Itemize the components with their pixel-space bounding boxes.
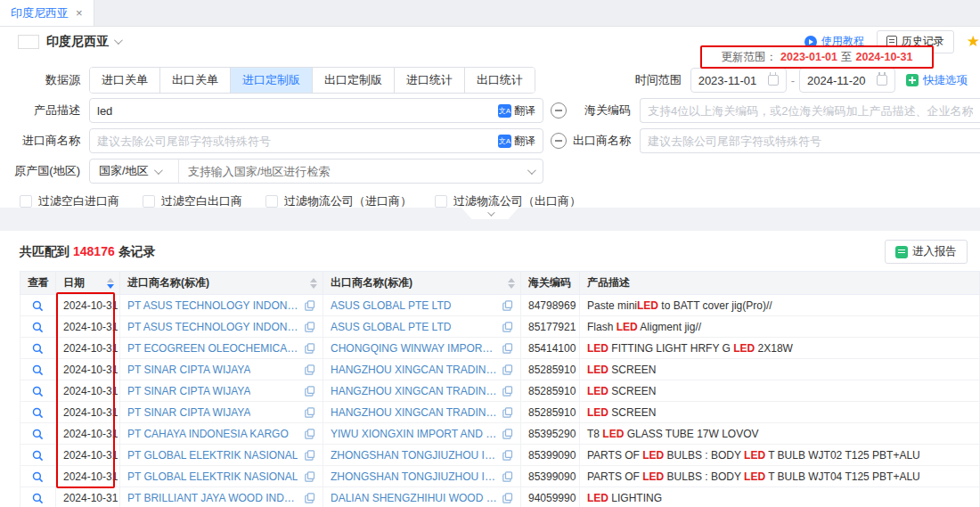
enter-report-button[interactable]: 进入报告	[885, 240, 968, 264]
copy-icon[interactable]	[502, 407, 513, 418]
copy-icon[interactable]	[305, 429, 315, 439]
exporter-link[interactable]: HANGZHOU XINGCAN TRADING CO LTD	[331, 406, 497, 419]
importer-link[interactable]: PT ASUS TECHNOLOGY INDONESIA BA...	[127, 299, 299, 312]
importer-link[interactable]: PT GLOBAL ELEKTRIK NASIONAL	[127, 470, 298, 483]
importer-link[interactable]: PT CAHAYA INDONESIA KARGO	[127, 428, 289, 440]
copy-icon[interactable]	[502, 429, 513, 439]
view-magnifier-icon[interactable]	[32, 471, 44, 483]
date-to-input[interactable]	[799, 68, 895, 93]
exclude-icon[interactable]	[551, 102, 567, 119]
view-magnifier-icon[interactable]	[32, 450, 44, 462]
tab-indonesia[interactable]: 印度尼西亚 ×	[0, 0, 94, 26]
tab-export-stats[interactable]: 出口统计	[465, 68, 535, 93]
importer-link[interactable]: PT GLOBAL ELEKTRIK NASIONAL	[127, 449, 298, 462]
exclude-icon[interactable]	[551, 133, 567, 149]
product-desc-input[interactable]	[97, 104, 498, 118]
sort-icons[interactable]	[310, 278, 317, 289]
exporter-link[interactable]: ZHONGSHAN TONGJIUZHOU INTERNA...	[331, 449, 497, 462]
copy-icon[interactable]	[305, 343, 315, 354]
exporter-input[interactable]	[648, 135, 973, 148]
tab-export-declarations[interactable]: 出口关单	[160, 68, 231, 93]
view-magnifier-icon[interactable]	[32, 322, 44, 333]
exporter-link[interactable]: DALIAN SHENGZHIHUI WOOD INDUST...	[331, 492, 497, 504]
importer-link[interactable]: PT ASUS TECHNOLOGY INDONESIA BA...	[127, 321, 299, 333]
date-from-input[interactable]	[690, 68, 787, 93]
col-exporter[interactable]: 出口商名称(标准)	[323, 272, 521, 295]
view-magnifier-icon[interactable]	[32, 407, 44, 419]
exporter-link[interactable]: YIWU XIONGXIN IMPORT AND EXPORT...	[331, 428, 497, 440]
exporter-link[interactable]: ZHONGSHAN TONGJIUZHOU INTERNA...	[331, 470, 497, 483]
importer-link[interactable]: PT SINAR CIPTA WIJAYA	[127, 406, 250, 419]
copy-icon[interactable]	[502, 450, 513, 461]
tutorial-link[interactable]: 使用教程	[804, 34, 864, 49]
view-cell[interactable]	[20, 338, 56, 359]
favorite-star-icon[interactable]: ★	[967, 32, 980, 51]
importer-link[interactable]: PT SINAR CIPTA WIJAYA	[127, 385, 250, 397]
origin-search-input[interactable]	[179, 165, 527, 178]
copy-icon[interactable]	[502, 471, 513, 482]
exporter-link[interactable]: HANGZHOU XINGCAN TRADING CO LTD	[331, 385, 497, 397]
hs-code-input[interactable]	[648, 104, 973, 118]
copy-icon[interactable]	[502, 493, 513, 503]
view-cell[interactable]	[20, 316, 56, 338]
tab-import-stats[interactable]: 进口统计	[395, 68, 465, 93]
checkbox-filter-blank-importer[interactable]: 过滤空白进口商	[20, 193, 119, 209]
origin-country-dropdown[interactable]: 国家/地区	[90, 159, 179, 183]
copy-icon[interactable]	[502, 343, 513, 354]
product-desc-field[interactable]: 文A 翻译	[89, 98, 543, 123]
view-magnifier-icon[interactable]	[32, 300, 44, 312]
exporter-link[interactable]: HANGZHOU XINGCAN TRADING CO LTD	[331, 364, 497, 376]
tab-close-icon[interactable]: ×	[76, 6, 83, 20]
importer-field[interactable]: 文A 翻译	[89, 128, 543, 153]
checkbox-filter-logistics-importer[interactable]: 过滤物流公司（进口商）	[265, 193, 412, 209]
importer-input[interactable]	[97, 135, 498, 148]
view-magnifier-icon[interactable]	[32, 386, 44, 397]
exporter-link[interactable]: CHONGQING WINWAY IMPORT AND E...	[331, 342, 497, 355]
checkbox-filter-blank-exporter[interactable]: 过滤空白出口商	[143, 193, 242, 209]
view-cell[interactable]	[20, 445, 56, 466]
exporter-link[interactable]: ASUS GLOBAL PTE LTD	[331, 299, 451, 312]
exporter-field[interactable]	[640, 128, 980, 153]
tab-export-custom[interactable]: 出口定制版	[313, 68, 395, 93]
view-cell[interactable]	[20, 295, 56, 316]
checkbox-filter-logistics-exporter[interactable]: 过滤物流公司（出口商）	[435, 193, 581, 209]
copy-icon[interactable]	[502, 364, 513, 375]
copy-icon[interactable]	[502, 386, 513, 397]
translate-button[interactable]: 文A 翻译	[498, 134, 535, 149]
importer-link[interactable]: PT SINAR CIPTA WIJAYA	[127, 364, 250, 376]
copy-icon[interactable]	[305, 450, 315, 461]
col-importer[interactable]: 进口商名称(标准)	[120, 272, 323, 295]
view-cell[interactable]	[20, 402, 56, 423]
view-cell[interactable]	[20, 359, 56, 380]
translate-button[interactable]: 文A 翻译	[498, 103, 535, 119]
importer-link[interactable]: PT BRILLIANT JAYA WOOD INDUSTRY	[127, 492, 299, 504]
view-magnifier-icon[interactable]	[32, 364, 44, 376]
view-magnifier-icon[interactable]	[32, 429, 44, 440]
tab-import-custom[interactable]: 进口定制版	[231, 68, 313, 93]
view-cell[interactable]	[20, 466, 56, 487]
copy-icon[interactable]	[502, 322, 513, 332]
copy-icon[interactable]	[305, 407, 315, 418]
chevron-down-icon[interactable]	[114, 36, 123, 45]
view-magnifier-icon[interactable]	[32, 493, 44, 504]
date-to-value[interactable]	[807, 74, 875, 87]
copy-icon[interactable]	[305, 322, 315, 332]
quick-options-link[interactable]: 快捷选项	[906, 73, 968, 88]
sort-icons[interactable]	[508, 278, 515, 289]
view-cell[interactable]	[20, 487, 56, 507]
importer-link[interactable]: PT ECOGREEN OLEOCHEMICALS	[127, 342, 299, 355]
tab-import-declarations[interactable]: 进口关单	[90, 68, 160, 93]
copy-icon[interactable]	[305, 471, 315, 482]
exporter-link[interactable]: ASUS GLOBAL PTE LTD	[331, 321, 451, 333]
copy-icon[interactable]	[502, 300, 513, 311]
col-date[interactable]: 日期	[56, 272, 120, 295]
copy-icon[interactable]	[305, 300, 315, 311]
history-button[interactable]: 历史记录	[877, 30, 954, 53]
copy-icon[interactable]	[305, 386, 315, 397]
origin-select[interactable]: 国家/地区	[89, 159, 543, 184]
date-from-value[interactable]	[698, 74, 766, 87]
copy-icon[interactable]	[305, 364, 315, 375]
hs-code-field[interactable]	[640, 98, 980, 123]
sort-icons[interactable]	[107, 278, 114, 289]
copy-icon[interactable]	[305, 493, 315, 503]
